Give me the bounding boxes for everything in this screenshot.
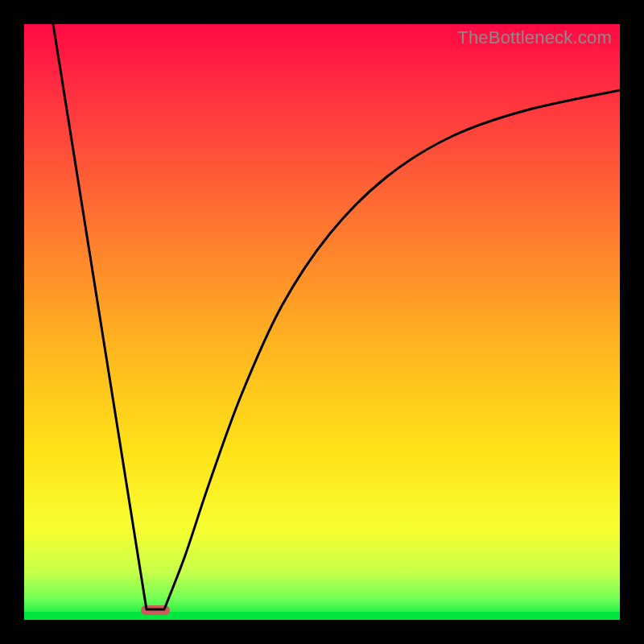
watermark-text: TheBottleneck.com xyxy=(457,27,612,48)
chart-plot-area: TheBottleneck.com xyxy=(24,24,620,620)
chart-curve xyxy=(24,24,620,620)
chart-frame: TheBottleneck.com xyxy=(0,0,644,644)
